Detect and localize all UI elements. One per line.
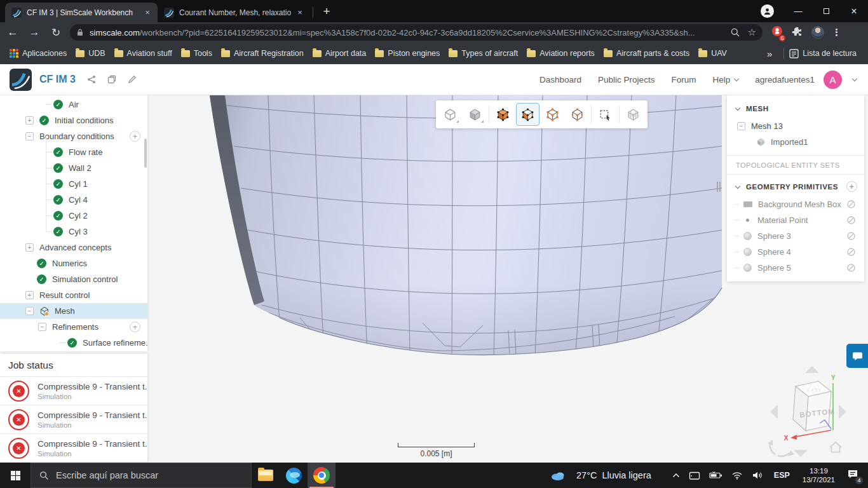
add-button[interactable]: + [130,131,140,142]
tray-chevron-up-icon[interactable] [672,473,680,478]
mesh-surface-edges-view-button[interactable] [516,103,539,126]
tree-item-wall-2[interactable]: ✓Wall 2 [0,160,147,176]
restore-button[interactable] [812,0,840,22]
nav-item-forum[interactable]: Forum [671,75,696,85]
reload-button[interactable]: ↻ [47,24,65,41]
job-status-row[interactable]: ✕Compressible 9 - Transient t...Simulati… [0,377,147,405]
panel-resize-handle[interactable] [717,182,721,192]
minimize-button[interactable]: — [784,0,812,22]
clock[interactable]: 13:19 13/7/2021 [803,466,835,484]
tree-item-air[interactable]: ✓Air [0,97,147,112]
add-geometry-primitive-button[interactable]: + [846,181,857,192]
collapse-icon[interactable]: − [25,132,34,140]
collapse-icon[interactable]: − [25,307,34,315]
orientation-cube-widget[interactable]: LEFT BOTTOM Y X [765,363,851,460]
language-indicator[interactable]: ESP [774,471,790,480]
start-button[interactable] [0,463,31,488]
tree-item-cyl-3[interactable]: ✓Cyl 3 [0,224,147,240]
expand-icon[interactable]: + [25,116,34,125]
view-geometry-solid-button[interactable] [463,103,487,126]
nav-item-help[interactable]: Help [712,75,738,85]
tree-item-cyl-2[interactable]: ✓Cyl 2 [0,208,147,224]
collapse-icon[interactable]: − [38,323,46,331]
primitive-item-sphere-3[interactable]: Sphere 3 [727,228,864,244]
copy-icon[interactable] [107,75,116,84]
bookmark-item[interactable]: Airport data [308,46,371,61]
close-button[interactable]: × [840,0,868,22]
tablet-mode-icon[interactable] [689,471,700,480]
browser-tab[interactable]: Courant Number, Mesh, relaxatio× [158,3,310,22]
bookmark-item[interactable]: Aviation stuff [110,46,177,61]
back-button[interactable]: ← [4,24,22,41]
tree-item-flow-rate[interactable]: ✓Flow rate [0,144,147,160]
weather-icon[interactable] [550,470,566,481]
tree-item-cyl-1[interactable]: ✓Cyl 1 [0,176,147,192]
tree-item-mesh[interactable]: −Mesh [0,303,147,319]
primitive-item-sphere-5[interactable]: Sphere 5 [727,260,864,276]
file-explorer-button[interactable] [252,463,280,488]
bookmark-item[interactable]: Aplicaciones [5,46,71,61]
bookmark-item[interactable]: Piston engines [370,46,444,61]
notification-center-button[interactable]: 4 [846,469,859,482]
bookmark-item[interactable]: Tools [177,46,217,61]
tree-scrollbar[interactable] [144,139,147,168]
user-menu-chevron-icon[interactable] [852,76,857,81]
username-label[interactable]: agredafuentes1 [755,75,815,85]
search-input[interactable] [56,470,227,480]
mesh-section-header[interactable]: MESH [727,99,864,118]
zoom-page-icon[interactable] [730,27,740,37]
bookmark-item[interactable]: UDB [71,46,109,61]
primitive-item-background-mesh-box[interactable]: Background Mesh Box [727,196,864,212]
job-status-row[interactable]: ✕Compressible 9 - Transient t...Simulati… [0,434,147,463]
visibility-toggle-icon[interactable] [846,247,856,259]
mesh-clip-view-button[interactable] [621,103,645,126]
add-button[interactable]: + [130,322,140,332]
primitive-item-sphere-4[interactable]: Sphere 4 [727,244,864,260]
weather-temp[interactable]: 27°C [576,470,597,480]
extensions-puzzle-icon[interactable] [792,26,803,39]
browser-avatar[interactable] [811,26,824,39]
tree-item-numerics[interactable]: ✓Numerics [0,255,147,271]
browser-menu-icon[interactable]: ⋮ [832,27,841,38]
tree-item-simulation-control[interactable]: ✓Simulation control [0,271,147,287]
wifi-icon[interactable] [731,471,743,480]
tab-close-icon[interactable]: × [295,8,305,18]
tree-item-refinements[interactable]: −Refinements+ [0,319,147,335]
edge-button[interactable] [280,463,308,488]
visibility-toggle-icon[interactable] [846,231,856,243]
mesh-edges-view-button[interactable] [566,103,589,126]
topological-entity-sets-header[interactable]: TOPOLOGICAL ENTITY SETS [727,155,864,175]
tree-item-cyl-4[interactable]: ✓Cyl 4 [0,192,147,208]
mesh-surface-view-button[interactable] [491,103,515,126]
mesh-child-row[interactable]: Imported1 [727,134,864,150]
bookmark-item[interactable]: UAV [694,46,731,61]
bookmark-item[interactable]: Aircraft Registration [217,46,308,61]
primitive-item-material-point[interactable]: Material Point [727,212,864,228]
tree-item-surface-refineme-[interactable]: ✓Surface refineme... [0,335,147,351]
tab-close-icon[interactable]: × [142,8,153,18]
chat-support-button[interactable] [846,344,868,368]
simscale-logo[interactable] [10,69,32,91]
weather-desc[interactable]: Lluvia ligera [602,470,651,480]
nav-item-dashboard[interactable]: Dashboard [539,75,581,85]
chrome-button[interactable] [308,463,336,488]
browser-profile-icon[interactable] [761,4,774,18]
view-geometry-wireframe-button[interactable] [438,103,462,126]
visibility-toggle-icon[interactable] [846,215,856,227]
bookmark-star-icon[interactable]: ☆ [748,27,756,38]
tree-item-initial-conditions[interactable]: +✓Initial conditions [0,112,147,128]
nav-item-public-projects[interactable]: Public Projects [598,75,654,85]
box-select-tool-button[interactable] [593,103,617,126]
mesh-root-row[interactable]: − Mesh 13 [727,118,864,134]
tree-item-advanced-concepts[interactable]: +Advanced concepts [0,240,147,255]
share-icon[interactable] [87,75,96,84]
browser-tab[interactable]: CF IM 3 | SimScale Workbench× [5,3,158,22]
reading-list-button[interactable]: Lista de lectura [803,49,857,58]
bookmark-item[interactable]: Types of aircraft [444,46,522,61]
new-tab-button[interactable]: + [318,3,335,20]
expand-icon[interactable]: + [25,291,34,299]
url-omnibox[interactable]: simscale.com /workbench/?pid=62251641925… [70,24,763,41]
visibility-toggle-icon[interactable] [846,263,856,274]
expand-icon[interactable]: + [25,243,34,252]
visibility-toggle-icon[interactable] [846,200,856,211]
